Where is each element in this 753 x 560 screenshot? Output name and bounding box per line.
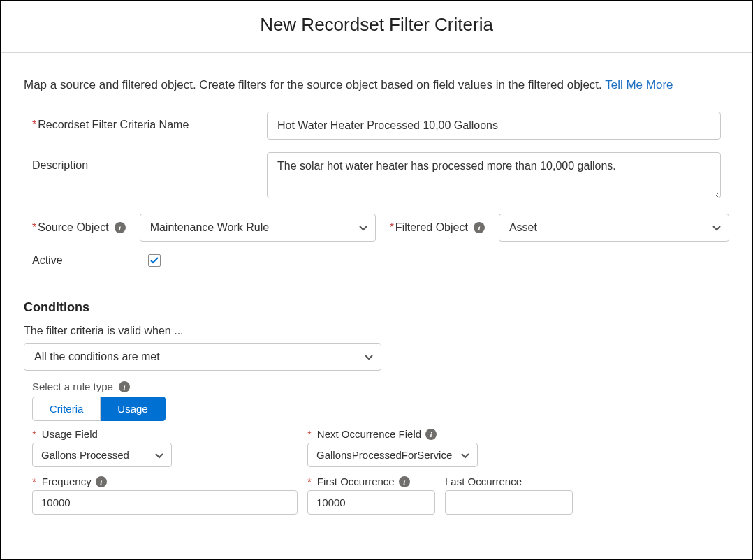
usage-grid: *Usage Field Gallons Processed *Next Occ…: [32, 428, 729, 515]
label-frequency: *Frequency i: [32, 476, 298, 487]
row-description: Description: [24, 152, 729, 201]
chevron-down-icon: [155, 449, 163, 462]
last-occurrence-input[interactable]: [445, 490, 573, 515]
info-icon[interactable]: i: [399, 476, 410, 487]
intro-text: Map a source and filtered object. Create…: [24, 78, 729, 92]
conditions-heading: Conditions: [24, 300, 729, 315]
dialog-content: Map a source and filtered object. Create…: [1, 53, 752, 515]
first-occurrence-input[interactable]: [307, 490, 435, 515]
chevron-down-icon: [365, 351, 373, 363]
active-checkbox[interactable]: [148, 254, 161, 267]
row-active: Active: [24, 254, 729, 267]
label-usage-field: *Usage Field: [32, 428, 298, 440]
tab-criteria[interactable]: Criteria: [32, 397, 101, 421]
rule-type-tabs: Criteria Usage: [32, 397, 166, 421]
label-source-object: *Source Object i: [32, 221, 126, 234]
label-filtered-object: *Filtered Object i: [390, 221, 485, 234]
tab-usage[interactable]: Usage: [101, 397, 165, 421]
intro-description: Map a source and filtered object. Create…: [24, 78, 605, 91]
label-active: Active: [32, 254, 148, 267]
dialog-header: New Recordset Filter Criteria: [1, 1, 752, 53]
chevron-down-icon: [461, 449, 469, 462]
label-first-occurrence: *First Occurrence i: [307, 476, 435, 487]
frequency-input[interactable]: [32, 490, 298, 515]
info-icon[interactable]: i: [425, 429, 437, 440]
info-icon[interactable]: i: [115, 222, 126, 233]
filtered-object-select[interactable]: Asset: [499, 214, 729, 242]
recordset-name-input[interactable]: [267, 112, 721, 140]
chevron-down-icon: [712, 221, 721, 234]
conditions-logic-select[interactable]: All the conditions are met: [24, 343, 381, 371]
source-object-select[interactable]: Maintenance Work Rule: [140, 214, 376, 242]
tell-me-more-link[interactable]: Tell Me More: [605, 78, 673, 91]
info-icon[interactable]: i: [119, 381, 130, 392]
rule-type-label: Select a rule type i: [32, 381, 729, 392]
usage-field-select[interactable]: Gallons Processed: [32, 443, 172, 467]
rule-group: Select a rule type i Criteria Usage *Usa…: [24, 381, 729, 515]
label-last-occurrence: Last Occurrence: [445, 476, 573, 487]
label-description: Description: [32, 152, 267, 172]
row-source-filtered: *Source Object i Maintenance Work Rule *…: [24, 214, 729, 242]
description-textarea[interactable]: [267, 152, 721, 198]
info-icon[interactable]: i: [96, 476, 107, 487]
chevron-down-icon: [359, 221, 367, 234]
conditions-helper: The filter criteria is valid when ...: [24, 325, 729, 337]
label-name: *Recordset Filter Criteria Name: [32, 112, 267, 131]
row-name: *Recordset Filter Criteria Name: [24, 112, 729, 140]
next-occurrence-select[interactable]: GallonsProcessedForService: [307, 443, 478, 467]
label-next-occurrence: *Next Occurrence Field i: [307, 428, 573, 440]
info-icon[interactable]: i: [474, 222, 485, 233]
dialog-title: New Recordset Filter Criteria: [1, 14, 752, 36]
